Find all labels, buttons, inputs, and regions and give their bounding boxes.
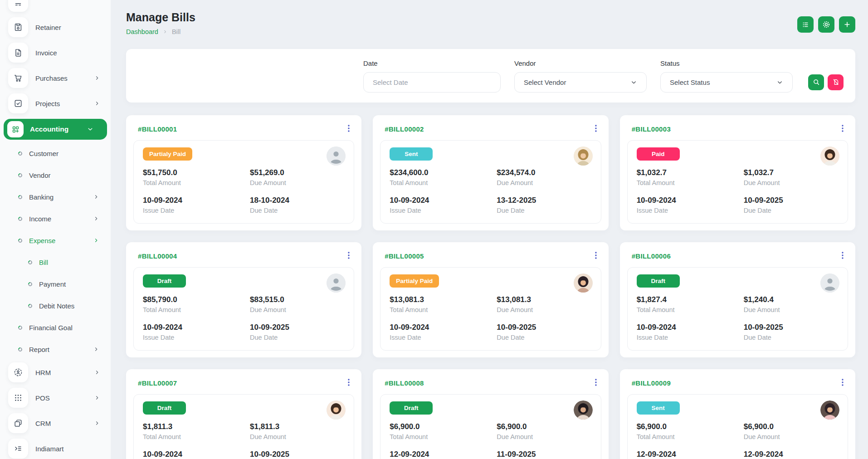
sidebar-item-label: Retainer bbox=[35, 24, 106, 31]
bill-number-link[interactable]: #BILL00009 bbox=[632, 379, 671, 387]
due-date-value: 12-09-2024 bbox=[744, 450, 839, 459]
sidebar-subitem[interactable]: Bill bbox=[0, 251, 111, 273]
settings-button[interactable] bbox=[818, 16, 834, 33]
dots-vertical-icon bbox=[842, 252, 844, 259]
sidebar-subitem[interactable]: Financial Goal bbox=[0, 317, 111, 338]
sidebar-subitem-label: Bill bbox=[39, 259, 48, 266]
sidebar-subitem[interactable]: Payment bbox=[0, 273, 111, 295]
bill-card-body: Partialy Paid bbox=[133, 140, 354, 224]
sidebar-item-pos[interactable]: POS bbox=[8, 388, 106, 408]
sidebar-subitem[interactable]: Customer bbox=[0, 142, 111, 164]
due-date-block: 13-12-2025 Due Date bbox=[497, 196, 591, 214]
avatar bbox=[327, 146, 346, 166]
status-badge: Sent bbox=[637, 401, 680, 415]
issue-date-block: 10-09-2024 Issue Date bbox=[143, 196, 250, 214]
sidebar-subitem[interactable]: Vendor bbox=[0, 164, 111, 186]
gear-icon bbox=[822, 20, 831, 29]
issue-date-label: Issue Date bbox=[390, 334, 497, 341]
card-menu-button[interactable] bbox=[592, 124, 600, 134]
issue-date-block: 12-09-2024 Issue Date bbox=[390, 450, 497, 459]
bill-card-body: Sent bbox=[380, 140, 601, 224]
due-amount-value: $1,811.3 bbox=[250, 422, 345, 431]
sidebar-item-purchases[interactable]: Purchases bbox=[8, 68, 106, 88]
bill-number-link[interactable]: #BILL00004 bbox=[138, 252, 177, 260]
date-input[interactable] bbox=[363, 72, 501, 93]
sidebar-subitem[interactable]: Income bbox=[0, 208, 111, 230]
bill-card: #BILL00001 Partialy Paid bbox=[126, 115, 361, 230]
bill-values: $1,032.7 Total Amount $1,032.7 Due Amoun… bbox=[637, 168, 839, 214]
sidebar-item-invoice[interactable]: Invoice bbox=[8, 43, 106, 63]
card-menu-button[interactable] bbox=[345, 378, 352, 388]
bill-card: #BILL00003 Paid bbox=[620, 115, 855, 230]
total-amount-block: $1,032.7 Total Amount bbox=[637, 168, 744, 186]
total-amount-value: $6,900.0 bbox=[390, 422, 497, 431]
bill-card-body: Draft bbox=[627, 267, 848, 351]
sidebar-subitem[interactable]: Report bbox=[0, 338, 111, 360]
issue-date-value: 12-09-2024 bbox=[390, 450, 497, 459]
sidebar-subitem-label: Payment bbox=[39, 280, 66, 288]
sidebar-item-label: HRM bbox=[35, 369, 94, 376]
bill-card: #BILL00007 Draft bbox=[126, 369, 361, 459]
avatar bbox=[327, 400, 346, 420]
sidebar-item-indiamart[interactable]: Indiamart bbox=[8, 439, 106, 459]
total-amount-block: $51,750.0 Total Amount bbox=[143, 168, 250, 186]
bill-card-body: Draft bbox=[380, 394, 601, 459]
sidebar-item-projects[interactable]: Projects bbox=[8, 93, 106, 113]
apply-filter-button[interactable] bbox=[808, 74, 824, 90]
card-menu-button[interactable] bbox=[592, 378, 600, 388]
chevron-down-icon bbox=[776, 79, 783, 86]
bill-number-link[interactable]: #BILL00008 bbox=[385, 379, 424, 387]
issue-date-label: Issue Date bbox=[143, 334, 250, 341]
sidebar-item-retainer[interactable]: Retainer bbox=[8, 17, 106, 37]
accounting-icon bbox=[7, 121, 24, 137]
card-menu-button[interactable] bbox=[839, 251, 846, 261]
due-amount-block: $13,081.3 Due Amount bbox=[497, 295, 591, 313]
submenu-bullet-icon bbox=[17, 325, 23, 331]
vendor-select[interactable]: Select Vendor bbox=[514, 72, 647, 93]
bill-number-link[interactable]: #BILL00007 bbox=[138, 379, 177, 387]
card-menu-button[interactable] bbox=[345, 124, 352, 134]
bill-card: #BILL00006 Draft bbox=[620, 242, 855, 357]
total-amount-label: Total Amount bbox=[390, 306, 497, 313]
bill-number-link[interactable]: #BILL00002 bbox=[385, 125, 424, 133]
due-amount-block: $1,811.3 Due Amount bbox=[250, 422, 345, 440]
page-header: Manage Bills Dashboard Bill bbox=[126, 11, 855, 35]
card-menu-button[interactable] bbox=[345, 251, 352, 261]
sidebar-item-partial[interactable] bbox=[8, 0, 106, 12]
list-view-button[interactable] bbox=[797, 16, 814, 33]
total-amount-value: $234,600.0 bbox=[390, 168, 497, 177]
filter-panel: Date Vendor Select Vendor Status Select … bbox=[126, 49, 855, 103]
sidebar-item-accounting[interactable]: Accounting bbox=[4, 119, 107, 140]
submenu-bullet-icon bbox=[17, 347, 23, 352]
sidebar-item-crm[interactable]: CRM bbox=[8, 413, 106, 433]
card-menu-button[interactable] bbox=[839, 378, 846, 388]
vendor-filter-group: Vendor Select Vendor bbox=[514, 59, 647, 93]
add-bill-button[interactable] bbox=[839, 16, 855, 33]
hrm-icon bbox=[8, 362, 28, 382]
status-label: Status bbox=[660, 59, 793, 67]
breadcrumb-dashboard-link[interactable]: Dashboard bbox=[126, 28, 158, 35]
total-amount-value: $13,081.3 bbox=[390, 295, 497, 304]
clear-filter-button[interactable] bbox=[828, 74, 844, 90]
due-date-label: Due Date bbox=[744, 207, 839, 214]
bill-number-link[interactable]: #BILL00006 bbox=[632, 252, 671, 260]
bill-number-link[interactable]: #BILL00001 bbox=[138, 125, 177, 133]
issue-date-block: 10-09-2024 Issue Date bbox=[390, 196, 497, 214]
sidebar-item-label: Invoice bbox=[35, 49, 106, 57]
due-amount-value: $6,900.0 bbox=[497, 422, 591, 431]
sidebar-item-hrm[interactable]: HRM bbox=[8, 362, 106, 382]
status-select[interactable]: Select Status bbox=[660, 72, 793, 93]
sidebar-subitem[interactable]: Debit Notes bbox=[0, 295, 111, 317]
bill-number-link[interactable]: #BILL00003 bbox=[632, 125, 671, 133]
sidebar-subitem[interactable]: Banking bbox=[0, 186, 111, 208]
sidebar-item-label: CRM bbox=[35, 420, 94, 427]
card-menu-button[interactable] bbox=[592, 251, 600, 261]
page-title: Manage Bills bbox=[126, 11, 195, 24]
sidebar-item-label: POS bbox=[35, 394, 94, 402]
profile-photo bbox=[574, 400, 593, 420]
card-menu-button[interactable] bbox=[839, 124, 846, 134]
sidebar-subitem[interactable]: Expense bbox=[0, 230, 111, 251]
sidebar-subitem-label: Banking bbox=[29, 193, 54, 201]
bill-number-link[interactable]: #BILL00005 bbox=[385, 252, 424, 260]
sidebar-subitem-label: Customer bbox=[29, 150, 59, 157]
